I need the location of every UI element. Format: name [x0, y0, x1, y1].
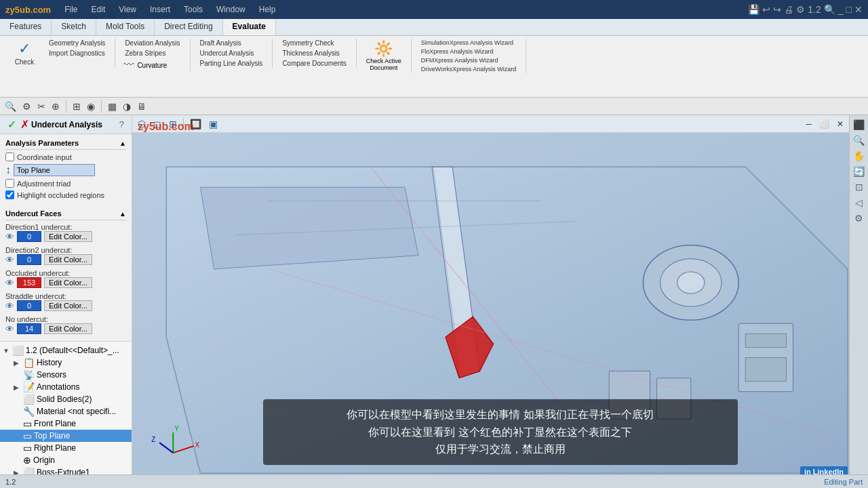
menu-help[interactable]: Help	[254, 3, 281, 16]
simulationxpress-btn[interactable]: SimulationXpress Analysis Wizard	[420, 39, 517, 47]
toolbar2-icon7[interactable]: ▦	[106, 100, 119, 113]
draft-analysis-btn[interactable]: Draft Analysis	[199, 39, 264, 47]
tab-mold-tools[interactable]: Mold Tools	[96, 19, 155, 35]
undercut-faces-header[interactable]: Undercut Faces ▲	[5, 207, 126, 220]
occluded-edit-color-btn[interactable]: Edit Color...	[44, 277, 92, 288]
menu-insert[interactable]: Insert	[144, 3, 176, 16]
no-undercut-value-input[interactable]	[17, 323, 41, 334]
check-active-btn[interactable]: 🔆 Check Active Document	[365, 39, 403, 73]
no-undercut-eye-icon[interactable]: 👁	[5, 324, 14, 334]
toolbar2-icon3[interactable]: ✂	[35, 100, 47, 113]
direction1-eye-icon[interactable]: 👁	[5, 232, 14, 242]
analysis-help-btn[interactable]: ?	[117, 119, 126, 129]
left-panel: ✓ ✗ Undercut Analysis ? Analysis Paramet…	[0, 115, 132, 488]
deviation-analysis-btn[interactable]: Deviation Analysis	[123, 39, 181, 47]
tree-front-plane-icon: ▭	[23, 418, 32, 429]
direction1-edit-color-btn[interactable]: Edit Color...	[44, 231, 92, 242]
direction1-value-input[interactable]	[17, 231, 41, 242]
toolbar2-icon6[interactable]: ◉	[85, 100, 97, 113]
coordinate-input-label: Coordinate input	[17, 153, 72, 161]
undo-icon[interactable]: ↩	[762, 4, 770, 15]
direction-icon[interactable]: ↕	[5, 164, 11, 176]
adjustment-triad-checkbox[interactable]	[5, 179, 14, 188]
toolbar2-icon8[interactable]: ◑	[121, 100, 133, 113]
tree-item-front-plane[interactable]: ▶ ▭ Front Plane	[0, 418, 132, 430]
view-fit-icon[interactable]: ⊡	[854, 180, 865, 194]
menu-view[interactable]: View	[113, 3, 142, 16]
direction2-edit-color-btn[interactable]: Edit Color...	[44, 254, 92, 265]
parting-line-btn[interactable]: Parting Line Analysis	[199, 59, 264, 68]
straddle-edit-color-btn[interactable]: Edit Color...	[44, 300, 92, 311]
params-section-header[interactable]: Analysis Parameters ▲	[5, 137, 126, 150]
tree-item-right-plane[interactable]: ▶ ▭ Right Plane	[0, 442, 132, 454]
highlight-occluded-checkbox[interactable]	[5, 190, 14, 199]
menu-window[interactable]: Window	[211, 3, 251, 16]
view-orient-icon[interactable]: ⬛	[852, 118, 866, 131]
toolbar2-icon2[interactable]: ⚙	[20, 100, 33, 113]
dfmxpress-btn[interactable]: DFMXpress Analysis Wizard	[420, 56, 517, 64]
toolbar2-icon4[interactable]: ⊕	[50, 100, 62, 113]
occluded-eye-icon[interactable]: 👁	[5, 278, 14, 288]
straddle-value-input[interactable]	[17, 300, 41, 311]
no-undercut-edit-color-btn[interactable]: Edit Color...	[44, 323, 92, 334]
zebra-stripes-btn[interactable]: Zebra Stripes	[123, 49, 181, 58]
menu-file[interactable]: File	[59, 3, 83, 16]
options-icon[interactable]: ⚙	[796, 4, 805, 15]
tab-direct-editing[interactable]: Direct Editing	[155, 19, 222, 35]
view-rotate-icon[interactable]: 🔄	[852, 165, 866, 178]
compare-docs-btn[interactable]: Compare Documents	[281, 59, 347, 68]
vt-close-btn[interactable]: ✕	[834, 119, 846, 129]
occluded-value-input[interactable]	[17, 277, 41, 288]
toolbar2-icon9[interactable]: 🖥	[135, 100, 149, 113]
tree-item-solid-bodies[interactable]: ▶ ⬜ Solid Bodies(2)	[0, 393, 132, 405]
tree-item-annotations[interactable]: ▶ 📝 Annotations	[0, 381, 132, 393]
view-zoom-icon[interactable]: 🔍	[852, 134, 866, 147]
toolbar2-icon1[interactable]: 🔍	[3, 100, 18, 113]
menu-tools[interactable]: Tools	[178, 3, 208, 16]
tree-item-material[interactable]: ▶ 🔧 Material <not specifi...	[0, 405, 132, 418]
view-pan-icon[interactable]: ✋	[852, 149, 866, 163]
driveworksxpress-btn[interactable]: DriveWorksXpress Analysis Wizard	[420, 65, 517, 73]
check-btn[interactable]: ✓ Check	[5, 39, 43, 67]
tree-item-top-plane[interactable]: ▶ ▭ Top Plane	[0, 430, 132, 442]
vt-minimize-btn[interactable]: ─	[803, 119, 814, 129]
floxpress-btn[interactable]: FloXpress Analysis Wizard	[420, 47, 517, 56]
view-settings-icon[interactable]: ⚙	[853, 211, 865, 225]
curvature-btn[interactable]: 〰 Curvature	[123, 59, 181, 71]
tree-root[interactable]: ▼ ⬜ 1.2 (Default<<Default>_...	[0, 344, 132, 357]
save-icon[interactable]: 💾	[748, 4, 760, 15]
direction2-eye-icon[interactable]: 👁	[5, 255, 14, 265]
thickness-analysis-btn[interactable]: Thickness Analysis	[281, 49, 347, 58]
close-icon[interactable]: ✕	[854, 4, 863, 15]
vt-expand-btn[interactable]: ⬜	[816, 119, 832, 129]
viewport[interactable]: ⬡ ◻ ⊞ 🔲 ▣ ─ ⬜ ✕ zy5ub.com	[132, 115, 868, 488]
direction2-value-input[interactable]	[17, 254, 41, 265]
analysis-confirm-btn[interactable]: ✓	[5, 118, 18, 131]
vt-icon5[interactable]: ▣	[206, 117, 220, 131]
view-prev-icon[interactable]: ◁	[854, 196, 864, 209]
tree-history-label: History	[37, 358, 62, 367]
tab-evaluate[interactable]: Evaluate	[223, 19, 276, 35]
tree-item-sensors[interactable]: ▶ 📡 Sensors	[0, 369, 132, 381]
minimize-icon[interactable]: _	[838, 4, 844, 15]
tab-features[interactable]: Features	[0, 19, 52, 35]
tree-item-history[interactable]: ▶ 📋 History	[0, 357, 132, 369]
straddle-eye-icon[interactable]: 👁	[5, 301, 14, 311]
print-icon[interactable]: 🖨	[784, 4, 793, 15]
maximize-icon[interactable]: □	[846, 4, 852, 15]
geometry-analysis-btn[interactable]: Geometry Analysis	[47, 39, 106, 47]
undercut-analysis-btn[interactable]: Undercut Analysis	[199, 49, 264, 58]
menu-edit[interactable]: Edit	[86, 3, 111, 16]
redo-icon[interactable]: ↪	[773, 4, 781, 15]
symmetry-check-btn[interactable]: Symmetry Check	[281, 39, 347, 47]
tab-sketch[interactable]: Sketch	[52, 19, 96, 35]
analysis-cancel-btn[interactable]: ✗	[18, 118, 31, 131]
direction-input[interactable]	[14, 164, 95, 176]
import-diagnostics-btn[interactable]: Import Diagnostics	[47, 49, 106, 58]
params-section-title: Analysis Parameters	[5, 139, 79, 147]
search-icon[interactable]: 🔍	[824, 4, 835, 15]
coordinate-input-checkbox[interactable]	[5, 152, 14, 161]
tree-annotations-icon: 📝	[23, 382, 35, 392]
toolbar2-icon5[interactable]: ⊞	[71, 100, 83, 113]
tree-item-origin[interactable]: ▶ ⊕ Origin	[0, 454, 132, 466]
